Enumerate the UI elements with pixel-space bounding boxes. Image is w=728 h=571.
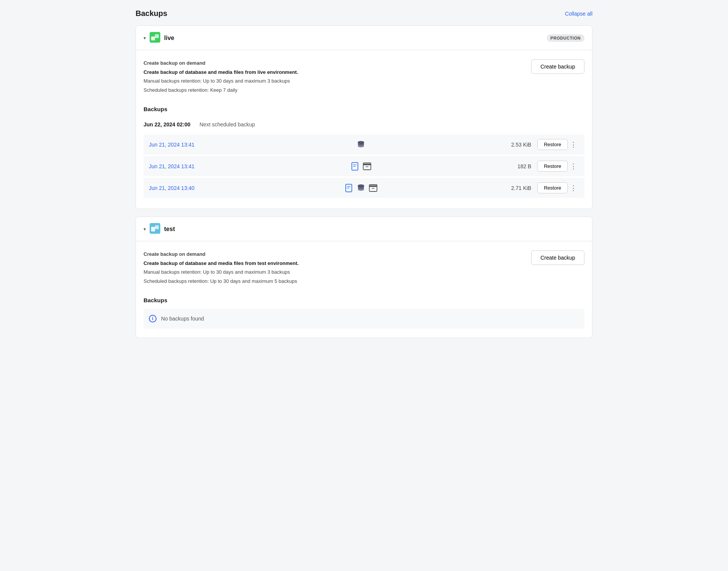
backup-date[interactable]: Jun 21, 2024 13:41 — [149, 142, 225, 148]
backup-on-demand-test: Create backup on demand Create backup of… — [144, 250, 584, 286]
demand-description-bold: Create backup of database and media file… — [144, 260, 299, 267]
next-scheduled-date: Jun 22, 2024 02:00 — [144, 121, 190, 128]
environment-card-live: ▾ live PRODUCTION Create backup on deman… — [136, 26, 592, 209]
backup-icons — [225, 162, 497, 171]
backup-size: 2.53 KiB — [497, 142, 531, 148]
environment-body-test: Create backup on demand Create backup of… — [136, 241, 592, 338]
backup-on-demand-live: Create backup on demand Create backup of… — [144, 59, 584, 95]
demand-line1: Manual backups retention: Up to 30 days … — [144, 77, 298, 85]
svg-rect-1 — [151, 37, 155, 40]
backup-icons — [225, 183, 497, 193]
env-name-live: live — [164, 35, 174, 41]
env-badge-live: PRODUCTION — [547, 34, 584, 42]
create-backup-button-test[interactable]: Create backup — [531, 250, 584, 265]
page-header: Backups Collapse all — [136, 9, 592, 18]
restore-button[interactable]: Restore — [537, 182, 568, 193]
backups-section-title: Backups — [144, 106, 584, 112]
no-backups-label: No backups found — [161, 316, 204, 322]
env-left: ▾ test — [144, 223, 175, 235]
demand-description-bold: Create backup of database and media file… — [144, 69, 298, 76]
backup-date[interactable]: Jun 21, 2024 13:41 — [149, 163, 225, 169]
backups-list-live: Backups Jun 22, 2024 02:00 Next schedule… — [144, 106, 584, 198]
chevron-down-icon[interactable]: ▾ — [144, 226, 146, 232]
backups-section-title: Backups — [144, 297, 584, 303]
demand-line2: Scheduled backups retention: Keep 7 dail… — [144, 86, 298, 94]
env-left: ▾ live — [144, 32, 174, 44]
demand-section-title: Create backup on demand — [144, 59, 298, 67]
create-backup-button-live[interactable]: Create backup — [531, 59, 584, 74]
more-options-button[interactable]: ⋮ — [568, 140, 579, 150]
backup-date[interactable]: Jun 21, 2024 13:40 — [149, 185, 225, 191]
more-options-button[interactable]: ⋮ — [568, 161, 579, 171]
backup-size: 2.71 KiB — [497, 185, 531, 191]
environment-card-test: ▾ test Create backup on demand Create ba… — [136, 217, 592, 338]
no-backups-test: i No backups found — [144, 309, 584, 329]
demand-line2: Scheduled backups retention: Up to 30 da… — [144, 278, 299, 285]
collapse-all-button[interactable]: Collapse all — [565, 11, 592, 17]
environment-body-live: Create backup on demand Create backup of… — [136, 50, 592, 209]
env-icon-live — [150, 32, 160, 44]
backup-info-live: Create backup on demand Create backup of… — [144, 59, 298, 95]
database-icon — [356, 140, 366, 149]
chevron-down-icon[interactable]: ▾ — [144, 35, 146, 41]
svg-rect-15 — [155, 225, 159, 229]
archive-icon — [362, 162, 372, 171]
file-icon — [350, 162, 359, 171]
next-scheduled-label: Next scheduled backup — [200, 121, 255, 128]
demand-line1: Manual backups retention: Up to 30 days … — [144, 268, 299, 276]
env-icon-test — [150, 223, 160, 235]
archive-icon — [369, 183, 378, 193]
more-options-button[interactable]: ⋮ — [568, 183, 579, 193]
page-title: Backups — [136, 9, 167, 18]
next-scheduled-live: Jun 22, 2024 02:00 Next scheduled backup — [144, 118, 584, 131]
file-icon — [344, 183, 353, 193]
backups-list-test: Backups i No backups found — [144, 297, 584, 329]
backup-row: Jun 21, 2024 13:40 — [144, 178, 584, 198]
backup-row: Jun 21, 2024 13:41 2.53 KiB Restore ⋮ — [144, 134, 584, 155]
environments-container: ▾ live PRODUCTION Create backup on deman… — [136, 26, 592, 338]
info-icon: i — [149, 315, 156, 322]
env-name-test: test — [164, 226, 175, 233]
restore-button[interactable]: Restore — [537, 139, 568, 150]
database-icon — [356, 183, 366, 193]
svg-rect-14 — [151, 227, 155, 231]
environment-header-test: ▾ test — [136, 217, 592, 241]
backup-info-test: Create backup on demand Create backup of… — [144, 250, 299, 286]
svg-rect-2 — [155, 34, 159, 38]
environment-header-live: ▾ live PRODUCTION — [136, 26, 592, 50]
backups-page: Backups Collapse all ▾ live PRODUCTION C… — [128, 0, 600, 355]
demand-section-title: Create backup on demand — [144, 250, 299, 258]
restore-button[interactable]: Restore — [537, 161, 568, 172]
backup-icons — [225, 140, 497, 149]
backup-row: Jun 21, 2024 13:41 182 B Restore — [144, 156, 584, 176]
backup-size: 182 B — [497, 163, 531, 169]
